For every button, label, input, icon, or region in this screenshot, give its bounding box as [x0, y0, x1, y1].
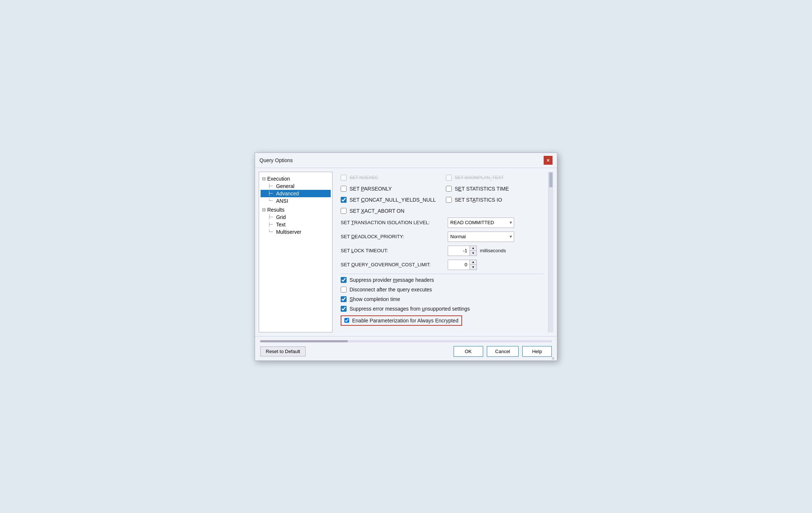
- lock-timeout-row: SET LOCK TIMEOUT: ▲ ▼ milliseconds: [341, 246, 544, 256]
- suppress-headers-row: Suppress provider message headers: [341, 277, 544, 283]
- checkbox-concat[interactable]: [341, 197, 347, 203]
- checkbox-statstime-label: SET STATISTICS TIME: [455, 186, 509, 192]
- checkbox-showplan-row: SET SHOWPLAN_TEXT: [446, 175, 544, 181]
- cancel-button[interactable]: Cancel: [487, 346, 519, 357]
- resize-dots-icon: ⠿: [552, 357, 554, 361]
- tree-item-text[interactable]: ├─ Text: [261, 221, 331, 228]
- expand-icon: ⊟: [262, 176, 266, 181]
- title-bar: Query Options ×: [255, 153, 557, 168]
- checkbox-statstime-row: SET STATISTICS TIME: [446, 186, 544, 192]
- checkbox-showplan-label: SET SHOWPLAN_TEXT: [455, 175, 503, 180]
- query-governor-row: SET QUERY_GOVERNOR_COST_LIMIT: ▲ ▼: [341, 260, 544, 270]
- lock-timeout-spinners: ▲ ▼: [470, 246, 477, 256]
- disconnect-after-label: Disconnect after the query executes: [350, 287, 432, 293]
- content-panel: SET NOEXEC SET SHOWPLAN_TEXT SET PARSEON…: [336, 172, 548, 332]
- lock-timeout-up[interactable]: ▲: [470, 246, 476, 251]
- lock-timeout-label: SET LOCK TIMEOUT:: [341, 248, 444, 253]
- query-governor-up[interactable]: ▲: [470, 260, 476, 265]
- query-governor-spinners: ▲ ▼: [470, 260, 477, 270]
- tree-item-advanced[interactable]: ├─ Advanced: [261, 190, 331, 197]
- dialog-title: Query Options: [259, 157, 293, 163]
- checkbox-statstime[interactable]: [446, 186, 452, 192]
- tree-item-general[interactable]: ├─ General: [261, 182, 331, 190]
- top-checkboxes-row: SET NOEXEC SET SHOWPLAN_TEXT: [341, 175, 544, 184]
- checkbox-show-completion[interactable]: [341, 296, 347, 302]
- checkbox-disconnect-after[interactable]: [341, 287, 347, 293]
- checkbox-suppress-errors[interactable]: [341, 306, 347, 312]
- deadlock-priority-select[interactable]: Low Normal High: [448, 232, 514, 242]
- concat-statsio-row: SET CONCAT_NULL_YIELDS_NULL SET STATISTI…: [341, 197, 544, 206]
- lock-timeout-spinner: ▲ ▼ milliseconds: [448, 246, 506, 256]
- content-scroll: SET NOEXEC SET SHOWPLAN_TEXT SET PARSEON…: [336, 172, 548, 332]
- isolation-level-label: SET TRANSACTION ISOLATION LEVEL:: [341, 220, 444, 225]
- scrollbar-thumb-h: [260, 340, 348, 342]
- footer-buttons: Reset to Default OK Cancel Help: [260, 346, 552, 357]
- isolation-level-select[interactable]: READ UNCOMMITTED READ COMMITTED REPEATAB…: [448, 218, 514, 228]
- scrollbar-thumb: [549, 172, 553, 187]
- tree-item-results[interactable]: ⊟ Results: [261, 206, 331, 213]
- horizontal-scrollbar[interactable]: [260, 340, 552, 342]
- enable-param-highlighted-row: Enable Parameterization for Always Encry…: [341, 315, 462, 326]
- tree-label-execution: Execution: [267, 176, 290, 182]
- dialog-body: ⊟ Execution ├─ General ├─ Advanced └─ AN…: [255, 168, 557, 336]
- tree-label-advanced: Advanced: [276, 191, 299, 196]
- reset-to-default-button[interactable]: Reset to Default: [260, 346, 306, 356]
- suppress-errors-label: Suppress error messages from unsupported…: [350, 306, 470, 312]
- checkbox-concat-row: SET CONCAT_NULL_YIELDS_NULL: [341, 197, 438, 203]
- query-governor-spinner: ▲ ▼: [448, 260, 477, 270]
- checkbox-concat-label: SET CONCAT_NULL_YIELDS_NULL: [350, 197, 436, 203]
- checkbox-parseonly[interactable]: [341, 186, 347, 192]
- parseonly-statstime-row: SET PARSEONLY SET STATISTICS TIME: [341, 186, 544, 195]
- query-options-dialog: Query Options × ⊟ Execution ├─ General ├…: [255, 153, 557, 361]
- checkbox-statsio-label: SET STATISTICS IO: [455, 197, 502, 203]
- checkbox-noexec-label: SET NOEXEC: [350, 175, 378, 180]
- checkbox-enable-param[interactable]: [344, 318, 349, 323]
- tree-label-text: Text: [276, 222, 286, 228]
- close-button[interactable]: ×: [544, 156, 553, 165]
- ok-button[interactable]: OK: [454, 346, 483, 357]
- checkbox-xact[interactable]: [341, 208, 347, 214]
- tree-connector: ├─: [268, 222, 275, 227]
- checkbox-statsio[interactable]: [446, 197, 452, 203]
- tree-label-ansi: ANSI: [276, 198, 288, 204]
- isolation-level-dropdown-wrapper: READ UNCOMMITTED READ COMMITTED REPEATAB…: [448, 218, 514, 228]
- checkbox-suppress-headers[interactable]: [341, 277, 347, 283]
- tree-label-general: General: [276, 183, 295, 189]
- disconnect-after-row: Disconnect after the query executes: [341, 287, 544, 293]
- show-completion-row: Show completion time: [341, 296, 544, 302]
- tree-connector: └─: [268, 229, 275, 234]
- tree-item-execution[interactable]: ⊟ Execution: [261, 175, 331, 182]
- resize-handle[interactable]: ⠿: [552, 355, 557, 360]
- expand-icon: ⊟: [262, 207, 266, 212]
- deadlock-priority-row: SET DEADLOCK_PRIORITY: Low Normal High ▼: [341, 232, 544, 242]
- tree-item-grid[interactable]: ├─ Grid: [261, 213, 331, 221]
- tree-label-multiserver: Multiserver: [276, 229, 301, 235]
- checkbox-noexec[interactable]: [341, 175, 347, 181]
- query-governor-label: SET QUERY_GOVERNOR_COST_LIMIT:: [341, 262, 444, 267]
- query-governor-input[interactable]: [448, 260, 470, 270]
- content-with-scrollbar: SET NOEXEC SET SHOWPLAN_TEXT SET PARSEON…: [336, 172, 553, 332]
- lock-timeout-down[interactable]: ▼: [470, 251, 476, 256]
- checkbox-xact-row: SET XACT_ABORT ON: [341, 208, 544, 214]
- tree-connector: ├─: [268, 184, 275, 188]
- deadlock-priority-dropdown-wrapper: Low Normal High ▼: [448, 232, 514, 242]
- separator: [341, 274, 544, 274]
- tree-connector: ├─: [268, 215, 275, 219]
- tree-label-results: Results: [267, 207, 285, 213]
- query-governor-down[interactable]: ▼: [470, 265, 476, 270]
- checkbox-showplan[interactable]: [446, 175, 452, 181]
- tree-label-grid: Grid: [276, 214, 286, 220]
- suppress-errors-row: Suppress error messages from unsupported…: [341, 306, 544, 312]
- tree-item-multiserver[interactable]: └─ Multiserver: [261, 228, 331, 236]
- vertical-scrollbar[interactable]: [548, 172, 553, 332]
- tree-item-ansi[interactable]: └─ ANSI: [261, 197, 331, 205]
- tree-panel: ⊟ Execution ├─ General ├─ Advanced └─ AN…: [259, 172, 333, 332]
- checkbox-xact-label: SET XACT_ABORT ON: [350, 208, 405, 214]
- dialog-footer: Reset to Default OK Cancel Help: [255, 336, 557, 360]
- checkbox-parseonly-label: SET PARSEONLY: [350, 186, 392, 192]
- suppress-headers-label: Suppress provider message headers: [350, 277, 434, 283]
- lock-timeout-input[interactable]: [448, 246, 470, 256]
- help-button[interactable]: Help: [522, 346, 552, 357]
- deadlock-priority-label: SET DEADLOCK_PRIORITY:: [341, 234, 444, 239]
- show-completion-label: Show completion time: [350, 296, 400, 302]
